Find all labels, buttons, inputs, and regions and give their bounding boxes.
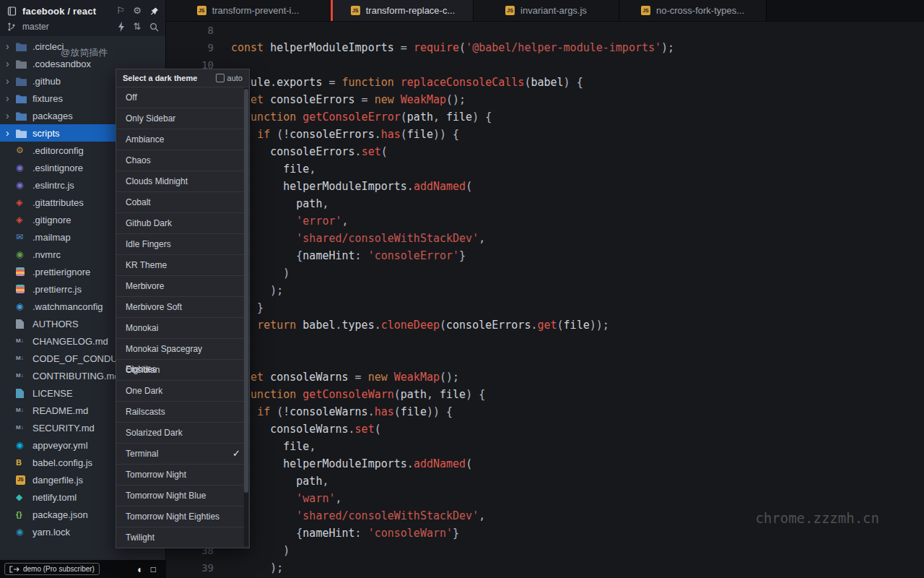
code-line[interactable]: 30 if (!consoleWarns.has(file)) {	[166, 403, 924, 420]
theme-menu-item[interactable]: Solarized Dark	[116, 422, 249, 443]
code-line[interactable]: 28 let consoleWarns = new WeakMap();	[166, 368, 924, 386]
theme-menu-item[interactable]: Tomorrow Night	[116, 464, 249, 485]
theme-menu-item[interactable]: KR Theme	[116, 254, 249, 275]
code-line[interactable]: 11module.exports = function replaceConso…	[166, 74, 924, 91]
code-text: if (!consoleWarns.has(file)) {	[231, 403, 453, 420]
lightning-icon[interactable]	[115, 21, 126, 33]
search-icon[interactable]	[148, 21, 160, 33]
theme-menu-item[interactable]: Ambiance	[116, 129, 249, 150]
code-line[interactable]: 26 }	[166, 334, 924, 351]
contrast-toggle-icon[interactable]: ◐	[137, 564, 143, 575]
theme-menu-item[interactable]: Github Dark	[116, 212, 249, 233]
code-line[interactable]: 8	[166, 22, 924, 39]
editor-tab[interactable]: JStransform-replace-c...	[331, 0, 474, 21]
code-line[interactable]: 37 {nameHint: 'consoleWarn'}	[166, 525, 924, 542]
chevron-right-icon[interactable]: ›	[6, 41, 16, 51]
tree-item[interactable]: ›.circleci	[0, 38, 165, 55]
branch-icon	[6, 21, 17, 33]
theme-menu-item[interactable]: Clouds Midnight	[116, 171, 249, 191]
js-file-icon: JS	[505, 6, 515, 15]
theme-menu-item[interactable]: Merbivore Soft	[116, 296, 249, 317]
repo-header: facebook / react ⚐ ⚙ master ⇅	[0, 0, 165, 36]
theme-menu-items: OffOnly SidebarAmbianceChaosClouds Midni…	[116, 87, 249, 548]
theme-menu-item[interactable]: One Dark	[116, 380, 249, 401]
eslint-icon: ◉	[16, 163, 30, 172]
code-line[interactable]: 34 path,	[166, 473, 924, 490]
theme-menu-item[interactable]: Terminal✓	[116, 443, 249, 464]
theme-menu-scrollbar-thumb[interactable]	[244, 89, 248, 493]
chevron-right-icon[interactable]: ›	[6, 111, 16, 121]
code-line[interactable]: 25 return babel.types.cloneDeep(consoleE…	[166, 316, 924, 334]
code-line[interactable]: 13 function getConsoleError(path, file) …	[166, 108, 924, 126]
code-line[interactable]: 18 path,	[166, 195, 924, 212]
code-line[interactable]: 33 helperModuleImports.addNamed(	[166, 455, 924, 473]
code-line[interactable]: 31 consoleWarns.set(	[166, 420, 924, 438]
chevron-right-icon[interactable]: ›	[6, 76, 16, 86]
theme-menu-item[interactable]: Twilight	[116, 527, 249, 548]
demo-badge[interactable]: demo (Pro subscriber)	[4, 563, 100, 575]
tree-item-label: LICENSE	[32, 388, 73, 399]
code-line[interactable]: 10	[166, 56, 924, 74]
theme-menu-item[interactable]: Tomorrow Night Blue	[116, 485, 249, 506]
code-line[interactable]: 38 )	[166, 542, 924, 559]
theme-menu: Select a dark theme auto OffOnly Sidebar…	[116, 69, 250, 548]
line-number: 39	[166, 559, 214, 577]
code-line[interactable]: 17 helperModuleImports.addNamed(	[166, 178, 924, 195]
pin-icon[interactable]	[148, 5, 160, 17]
theme-menu-item[interactable]: Monokai Spacegray Eighties	[116, 338, 249, 359]
code-line[interactable]: 23 );	[166, 282, 924, 299]
code-line[interactable]: 36 'shared/consoleWithStackDev',	[166, 507, 924, 525]
theme-menu-item-label: Only Sidebar	[126, 113, 175, 124]
editor-tab[interactable]: JSinvariant-args.js	[474, 0, 619, 21]
chevron-right-icon[interactable]: ›	[6, 59, 16, 69]
theme-menu-item[interactable]: Only Sidebar	[116, 108, 249, 129]
code-line[interactable]: 9const helperModuleImports = require('@b…	[166, 39, 924, 56]
theme-menu-item[interactable]: Cobalt	[116, 191, 249, 212]
code-line[interactable]: 16 file,	[166, 160, 924, 178]
app-window: facebook / react ⚐ ⚙ master ⇅	[0, 0, 924, 578]
theme-menu-item-label: Merbivore	[126, 281, 164, 291]
code-line[interactable]: 15 consoleErrors.set(	[166, 143, 924, 160]
theme-menu-item[interactable]: Railscasts	[116, 401, 249, 422]
theme-menu-item[interactable]: Tomorrow Night Eighties	[116, 506, 249, 527]
theme-menu-item[interactable]: Idle Fingers	[116, 233, 249, 254]
code-text: );	[231, 559, 283, 577]
theme-menu-item-label: Solarized Dark	[126, 428, 183, 438]
theme-menu-item[interactable]: Chaos	[116, 150, 249, 171]
code-line[interactable]: 12 let consoleErrors = new WeakMap();	[166, 91, 924, 108]
code-line[interactable]: 32 file,	[166, 438, 924, 455]
branch-name[interactable]: master	[22, 22, 49, 32]
gear-icon[interactable]: ⚙	[131, 5, 143, 17]
code-text: helperModuleImports.addNamed(	[231, 455, 472, 473]
bookmark-icon[interactable]: ⚐	[115, 5, 126, 17]
theme-menu-item[interactable]: Obsidian	[116, 359, 249, 380]
sync-arrows-icon[interactable]: ⇅	[131, 21, 143, 33]
code-line[interactable]: 22 )	[166, 264, 924, 282]
code-line[interactable]: 14 if (!consoleErrors.has(file)) {	[166, 126, 924, 143]
code-editor[interactable]: 89const helperModuleImports = require('@…	[166, 22, 924, 578]
code-line[interactable]: 20 'shared/consoleWithStackDev',	[166, 230, 924, 247]
code-line[interactable]: 35 'warn',	[166, 490, 924, 507]
editorconfig-icon: ⚙	[16, 146, 30, 155]
chevron-right-icon[interactable]: ›	[6, 128, 16, 138]
code-text: const helperModuleImports = require('@ba…	[231, 39, 674, 56]
theme-menu-item[interactable]: Merbivore	[116, 275, 249, 296]
code-line[interactable]: 27	[166, 351, 924, 368]
tree-item-label: .circleci	[32, 41, 64, 52]
git-icon: ◈	[16, 198, 30, 207]
fullscreen-icon[interactable]: □	[151, 564, 156, 574]
theme-menu-item[interactable]: Off	[116, 87, 249, 108]
code-line[interactable]: 24 }	[166, 299, 924, 316]
code-line[interactable]: 21 {nameHint: 'consoleError'}	[166, 247, 924, 264]
folder-icon	[16, 94, 30, 103]
chevron-right-icon[interactable]: ›	[6, 93, 16, 103]
editor-tab[interactable]: JSno-cross-fork-types...	[619, 0, 767, 21]
code-line[interactable]: 39 );	[166, 559, 924, 577]
auto-checkbox[interactable]	[216, 74, 225, 82]
folder-icon	[16, 77, 30, 86]
editor-tab[interactable]: JStransform-prevent-i...	[166, 0, 331, 21]
code-line[interactable]: 19 'error',	[166, 212, 924, 230]
code-text: 'shared/consoleWithStackDev',	[231, 507, 485, 525]
code-line[interactable]: 29 function getConsoleWarn(path, file) {	[166, 386, 924, 403]
theme-menu-item[interactable]: Monokai	[116, 317, 249, 338]
